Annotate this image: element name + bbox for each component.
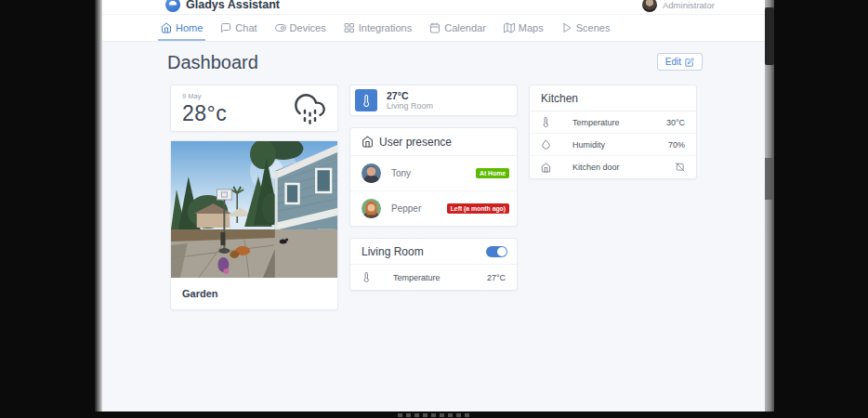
tab-maps[interactable]: Maps (504, 15, 544, 41)
user-name-pepper: Pepper (391, 203, 447, 214)
tab-label: Calendar (444, 22, 486, 33)
sensor-icon-box (355, 89, 377, 111)
tab-label: Chat (235, 22, 256, 33)
kitchen-door-row: Kitchen door (530, 156, 696, 178)
devices-icon (275, 22, 286, 33)
thermometer-icon (362, 272, 372, 282)
column-middle: 27°C Living Room User presence Tony (349, 85, 518, 291)
scrollbar-thumb[interactable] (765, 7, 774, 65)
app-title: Gladys Assistant (186, 0, 280, 11)
device-value: 30°C (666, 118, 685, 127)
frame-left-edge (95, 0, 102, 411)
temperature-sensor-card: 27°C Living Room (349, 85, 518, 116)
edit-icon (685, 58, 694, 67)
scrollbar[interactable] (765, 0, 774, 411)
device-value: 27°C (487, 273, 506, 282)
sensor-value: 27°C (387, 90, 433, 101)
top-header: Gladys Assistant Administrator (102, 0, 765, 15)
camera-name: Garden (171, 278, 337, 309)
home-icon (362, 136, 374, 148)
brand: Gladys Assistant (165, 0, 280, 12)
droplet-icon (541, 139, 551, 150)
device-label: Humidity (572, 140, 668, 150)
device-value: 70% (668, 140, 685, 150)
tab-label: Devices (290, 22, 326, 33)
no-signal-icon (675, 162, 685, 172)
thermometer-icon (541, 117, 551, 127)
device-label: Temperature (572, 118, 666, 127)
tab-label: Integrations (359, 22, 412, 33)
presence-row-tony: Tony At Home (350, 156, 517, 191)
page-header: Dashboard Edit (167, 48, 703, 76)
tab-label: Scenes (576, 22, 611, 33)
sensor-room: Living Room (387, 101, 433, 111)
tab-home[interactable]: Home (161, 15, 203, 41)
scenes-icon (561, 22, 572, 33)
kitchen-humidity-row: Humidity 70% (530, 134, 696, 156)
camera-card: Garden (170, 140, 338, 310)
device-value (675, 162, 685, 174)
integrations-icon (344, 22, 355, 33)
edit-dashboard-button[interactable]: Edit (657, 53, 703, 71)
kitchen-header: Kitchen (530, 85, 696, 111)
kitchen-title: Kitchen (541, 92, 578, 105)
device-label: Temperature (393, 273, 487, 282)
living-room-card: Living Room Temperature 27°C (349, 238, 518, 291)
tab-label: Maps (519, 22, 544, 33)
user-presence-card: User presence Tony At Home Pepper (349, 127, 518, 227)
presence-row-pepper: Pepper Left (a month ago) (350, 191, 517, 226)
gladys-logo-icon (165, 0, 180, 12)
page-title: Dashboard (167, 48, 703, 76)
living-room-toggle[interactable] (486, 246, 507, 257)
dashboard-grid: 9 May 28°c (170, 85, 765, 310)
user-presence-title: User presence (379, 136, 452, 149)
living-room-temperature-row: Temperature 27°C (350, 265, 517, 290)
home-icon (541, 163, 551, 173)
calendar-icon (429, 22, 441, 33)
living-room-title: Living Room (362, 245, 424, 258)
maps-icon (504, 22, 515, 33)
device-label: Kitchen door (572, 163, 675, 172)
avatar-pepper (362, 199, 381, 218)
app-window: Gladys Assistant Administrator Home Chat… (102, 0, 765, 411)
player-caption-smudge (398, 413, 470, 417)
tab-devices[interactable]: Devices (275, 15, 326, 41)
kitchen-card: Kitchen Temperature 30°C Humidity 70% (529, 85, 697, 179)
home-icon (161, 22, 172, 33)
main-nav: Home Chat Devices Integrations Calendar … (102, 15, 765, 42)
user-name: Administrator (663, 0, 715, 10)
weather-card: 9 May 28°c (170, 85, 338, 132)
living-room-header: Living Room (350, 239, 517, 265)
user-presence-header: User presence (350, 128, 517, 156)
status-badge-at-home: At Home (476, 168, 509, 178)
edit-button-label: Edit (665, 57, 681, 67)
tab-label: Home (176, 22, 203, 33)
chat-icon (220, 22, 231, 33)
avatar-tony (362, 163, 381, 183)
tab-calendar[interactable]: Calendar (429, 15, 486, 41)
user-menu[interactable]: Administrator (642, 0, 715, 12)
kitchen-temperature-row: Temperature 30°C (530, 111, 696, 134)
user-name-tony: Tony (391, 168, 476, 178)
tab-scenes[interactable]: Scenes (561, 15, 611, 41)
camera-image-garden (171, 141, 337, 278)
tab-integrations[interactable]: Integrations (344, 15, 412, 41)
tab-chat[interactable]: Chat (220, 15, 256, 41)
user-avatar (642, 0, 657, 12)
rain-cloud-icon (295, 94, 325, 124)
scrollbar-mark (765, 158, 774, 200)
column-right: Kitchen Temperature 30°C Humidity 70% (529, 85, 697, 179)
thermometer-icon (361, 95, 373, 107)
dashboard-content: Dashboard Edit 9 May 28°c (102, 42, 765, 310)
column-left: 9 May 28°c (170, 85, 338, 310)
status-badge-left: Left (a month ago) (447, 203, 509, 214)
